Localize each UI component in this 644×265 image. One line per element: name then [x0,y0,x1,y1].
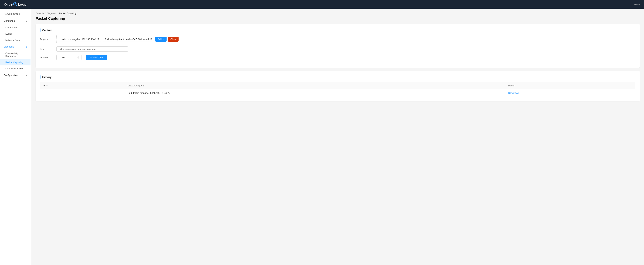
layout: Network Graph Monitoring ▲ Dashboard Eve… [0,9,644,265]
app-logo: Kube S koop [4,2,26,7]
targets-row: Targets Node: cn-hangzhou.192.168.114.21… [40,35,636,43]
targets-box: Node: cn-hangzhou.192.168.114.212 Pod: k… [56,35,181,43]
submit-task-button[interactable]: Submit Task [86,55,107,60]
history-table: Id ⇅ CaptureObjects Result 3 Pod: traffi… [40,82,636,97]
sidebar-item-dashboard[interactable]: Dashboard [0,24,31,31]
sidebar: Network Graph Monitoring ▲ Dashboard Eve… [0,9,31,265]
cell-id: 3 [40,89,125,97]
breadcrumb-console[interactable]: Console [36,12,44,15]
chevron-up-icon: ▲ [26,20,28,22]
col-header-objects: CaptureObjects [125,82,506,89]
target-tag-1: Node: cn-hangzhou.192.168.114.212 [59,37,101,42]
topnav: Kube S koop admin [0,0,644,9]
col-header-id: Id ⇅ [40,82,125,89]
download-link[interactable]: Download [508,92,519,94]
filter-input[interactable] [56,47,128,52]
history-section-title: History [40,76,636,79]
page-title: Packet Capturing [36,17,640,21]
sidebar-item-network-graph-top[interactable]: Network Graph [0,11,31,18]
duration-input[interactable] [56,55,82,60]
capture-card: Capture Targets Node: cn-hangzhou.192.16… [36,24,640,68]
targets-label: Targets [40,38,54,41]
duration-row: Duration ⏱ Submit Task [40,55,636,60]
add-target-button[interactable]: Add + [155,37,166,42]
breadcrumb: Console / Diagnosis / Packet Capturing [36,12,640,15]
history-card: History Id ⇅ CaptureObjects Result 3 Pod… [36,71,640,101]
chevron-up-icon-diagnosis: ▲ [26,46,28,48]
sidebar-item-network-graph[interactable]: Network Graph [0,37,31,43]
cell-objects: Pod: traffic-manager-684b7bf547-kxx77 [125,89,506,97]
sidebar-section-configuration[interactable]: Configuration ▼ [0,72,31,79]
table-row: 3 Pod: traffic-manager-684b7bf547-kxx77 … [40,89,636,97]
col-header-result: Result [506,82,636,89]
filter-row: Filter [40,47,636,52]
main-content: Console / Diagnosis / Packet Capturing P… [31,9,644,265]
table-header-row: Id ⇅ CaptureObjects Result [40,82,636,89]
duration-wrap: ⏱ [56,55,82,60]
sort-icon[interactable]: ⇅ [46,85,48,87]
capture-section-title: Capture [40,29,636,32]
sidebar-item-latency-detection[interactable]: Latency Detection [0,66,31,72]
user-label: admin [634,3,640,6]
logo-s-icon: S [13,2,17,6]
sidebar-item-events[interactable]: Events [0,31,31,37]
sidebar-item-packet-capturing[interactable]: Packet Capturing [0,59,31,66]
sidebar-section-monitoring[interactable]: Monitoring ▲ [0,18,31,24]
breadcrumb-current: Packet Capturing [59,12,76,15]
sidebar-item-connectivity-diagnosis[interactable]: Connectivity Diagnosis [0,50,31,59]
chevron-down-icon-config: ▼ [26,74,28,76]
duration-label: Duration [40,56,54,59]
breadcrumb-diagnosis[interactable]: Diagnosis [46,12,56,15]
filter-label: Filter [40,48,54,50]
cell-result[interactable]: Download [506,89,636,97]
clear-targets-button[interactable]: Clear [168,37,178,42]
target-tag-2: Pod: kube-system/coredns-547b98dbcc-cdhl… [102,37,154,42]
sidebar-section-diagnosis[interactable]: Diagnosis ▲ [0,43,31,50]
